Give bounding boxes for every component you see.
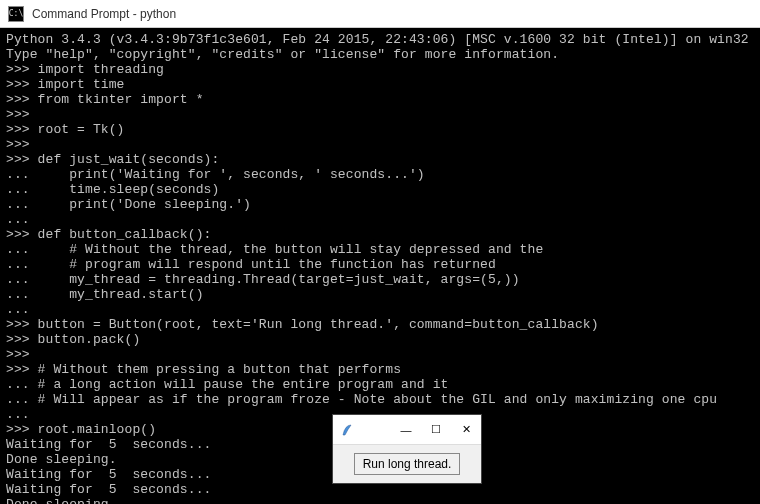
window-title: Command Prompt - python bbox=[32, 7, 176, 21]
tk-feather-icon bbox=[339, 422, 355, 438]
cmd-prompt-icon: C:\ bbox=[8, 6, 24, 22]
close-button[interactable]: ✕ bbox=[451, 415, 481, 444]
run-long-thread-button[interactable]: Run long thread. bbox=[354, 453, 461, 475]
tkinter-titlebar[interactable]: — ☐ ✕ bbox=[333, 415, 481, 445]
tkinter-window: — ☐ ✕ Run long thread. bbox=[332, 414, 482, 484]
cmd-icon-text: C:\ bbox=[9, 9, 23, 18]
maximize-button[interactable]: ☐ bbox=[421, 415, 451, 444]
minimize-button[interactable]: — bbox=[391, 415, 421, 444]
titlebar: C:\ Command Prompt - python bbox=[0, 0, 760, 28]
tkinter-body: Run long thread. bbox=[333, 445, 481, 483]
